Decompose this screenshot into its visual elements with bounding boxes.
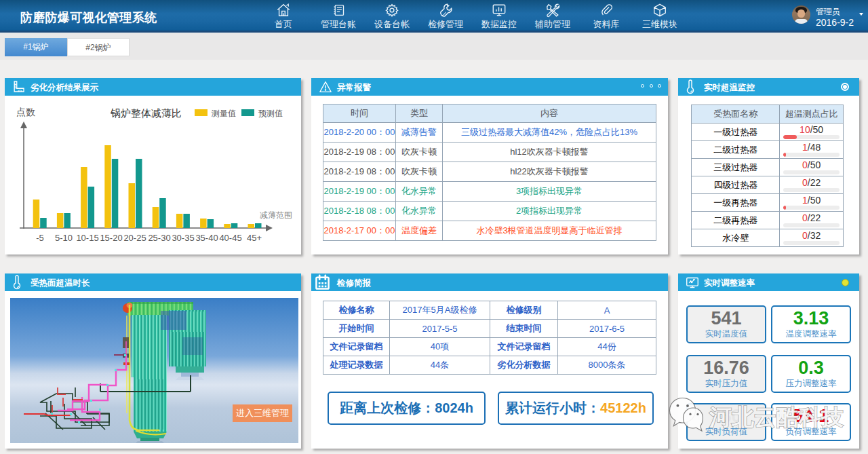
svg-text:10-15: 10-15 — [76, 233, 98, 243]
svg-text:30-35: 30-35 — [172, 233, 194, 243]
svg-text:-5: -5 — [36, 233, 44, 243]
svg-text:5-10: 5-10 — [55, 233, 73, 243]
svg-text:预测值: 预测值 — [258, 109, 283, 118]
svg-text:减薄范围: 减薄范围 — [260, 210, 292, 220]
svg-text:25-30: 25-30 — [148, 233, 170, 243]
svg-text:点数: 点数 — [16, 107, 35, 117]
svg-text:20-25: 20-25 — [123, 233, 146, 243]
svg-text:锅炉整体减薄比: 锅炉整体减薄比 — [110, 107, 182, 119]
svg-text:35-40: 35-40 — [195, 233, 218, 243]
svg-text:河北云酷科技: 河北云酷科技 — [709, 404, 844, 430]
svg-text:15-20: 15-20 — [100, 233, 122, 243]
svg-text:45+: 45+ — [247, 233, 262, 243]
svg-text:40-45: 40-45 — [219, 233, 241, 243]
svg-text:测量值: 测量值 — [211, 109, 236, 118]
